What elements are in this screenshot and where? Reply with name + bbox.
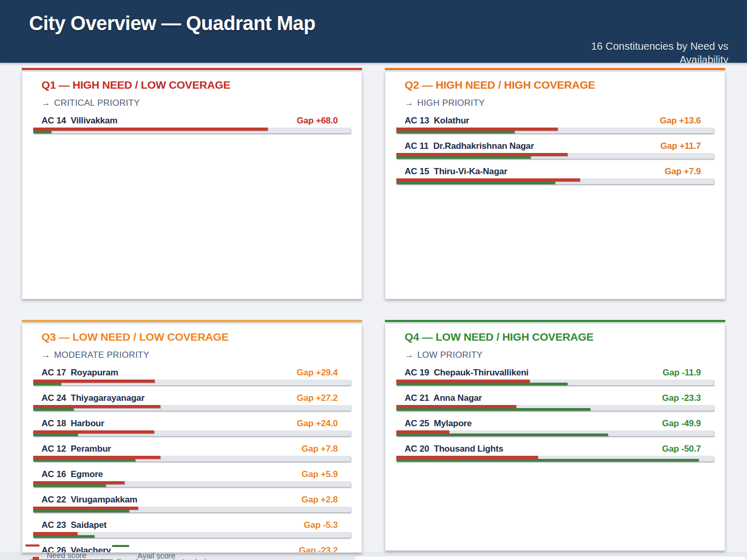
gap-value: Gap -50.7 bbox=[662, 444, 701, 454]
row-head: AC 19 Chepauk-ThiruvallikeniGap -11.9 bbox=[405, 368, 701, 378]
row-head: AC 11 Dr.Radhakrishnan NagarGap +11.7 bbox=[405, 141, 701, 151]
constituency-row: AC 20 Thousand LightsGap -50.7 bbox=[385, 444, 725, 469]
need-score-swatch-icon bbox=[25, 544, 39, 547]
constituency-label: AC 22 Virugampakkam bbox=[42, 495, 137, 505]
avail-score-bar bbox=[33, 484, 106, 487]
score-track bbox=[396, 456, 714, 461]
score-track bbox=[396, 405, 714, 411]
gap-value: Gap +5.9 bbox=[301, 469, 338, 480]
footer-note: Data: 2025 | Chennai Welfare & Services … bbox=[30, 557, 210, 560]
score-track bbox=[33, 481, 351, 487]
score-track bbox=[33, 128, 351, 133]
gap-value: Gap +2.8 bbox=[301, 495, 338, 505]
quadrant-panel-q4: Q4 — LOW NEED / HIGH COVERAGE →LOW PRIOR… bbox=[385, 320, 725, 551]
score-track bbox=[396, 178, 714, 184]
quadrant-card: Q1 — HIGH NEED / LOW COVERAGE →CRITICAL … bbox=[22, 72, 362, 299]
constituency-row: AC 12 PeramburGap +7.8 bbox=[22, 444, 362, 469]
row-head: AC 14 VillivakkamGap +68.0 bbox=[42, 116, 338, 126]
row-head: AC 13 KolathurGap +13.6 bbox=[405, 116, 701, 126]
score-track bbox=[33, 507, 351, 512]
row-head: AC 12 PeramburGap +7.8 bbox=[42, 444, 338, 454]
constituency-label: AC 15 Thiru-Vi-Ka-Nagar bbox=[405, 166, 507, 177]
quadrant-title: Q1 — HIGH NEED / LOW COVERAGE bbox=[42, 79, 230, 91]
constituency-label: AC 21 Anna Nagar bbox=[405, 393, 482, 403]
quadrant-card: Q3 — LOW NEED / LOW COVERAGE →MODERATE P… bbox=[22, 324, 362, 553]
footer-box bbox=[354, 556, 746, 560]
constituency-label: AC 13 Kolathur bbox=[405, 116, 469, 126]
constituency-row: AC 17 RoyapuramGap +29.4 bbox=[22, 368, 362, 393]
constituency-row: AC 13 KolathurGap +13.6 bbox=[385, 116, 725, 141]
row-head: AC 18 HarbourGap +24.0 bbox=[42, 418, 338, 429]
avail-score-bar bbox=[33, 459, 135, 461]
constituency-row: AC 18 HarbourGap +24.0 bbox=[22, 418, 362, 444]
constituency-row: AC 15 Thiru-Vi-Ka-NagarGap +7.9 bbox=[385, 166, 725, 192]
constituency-label: AC 16 Egmore bbox=[42, 469, 103, 480]
priority-label: CRITICAL PRIORITY bbox=[54, 98, 140, 108]
avail-score-bar bbox=[33, 535, 94, 538]
rows: AC 17 RoyapuramGap +29.4AC 24 Thiyagaray… bbox=[22, 368, 362, 553]
constituency-label: AC 18 Harbour bbox=[42, 418, 104, 429]
avail-score-bar bbox=[33, 510, 129, 512]
gap-value: Gap -49.9 bbox=[662, 418, 701, 429]
row-head: AC 25 MylaporeGap -49.9 bbox=[405, 418, 701, 429]
quadrant-priority: →LOW PRIORITY bbox=[405, 350, 482, 360]
score-track bbox=[396, 430, 714, 436]
constituency-row: AC 25 MylaporeGap -49.9 bbox=[385, 418, 725, 444]
constituency-row: AC 11 Dr.Radhakrishnan NagarGap +11.7 bbox=[385, 141, 725, 166]
quadrant-title: Q2 — HIGH NEED / HIGH COVERAGE bbox=[405, 79, 595, 91]
row-head: AC 17 RoyapuramGap +29.4 bbox=[42, 368, 338, 378]
gap-value: Gap -23.2 bbox=[299, 545, 338, 553]
gap-value: Gap +27.2 bbox=[297, 393, 338, 403]
row-head: AC 16 EgmoreGap +5.9 bbox=[42, 469, 338, 480]
row-head: AC 21 Anna NagarGap -23.3 bbox=[405, 393, 701, 403]
constituency-row: AC 22 VirugampakkamGap +2.8 bbox=[22, 495, 362, 520]
gap-value: Gap +24.0 bbox=[297, 418, 338, 429]
constituency-row: AC 16 EgmoreGap +5.9 bbox=[22, 469, 362, 495]
row-head: AC 15 Thiru-Vi-Ka-NagarGap +7.9 bbox=[405, 166, 701, 177]
quadrant-priority: →CRITICAL PRIORITY bbox=[42, 98, 140, 108]
avail-score-bar bbox=[396, 459, 699, 461]
score-track bbox=[33, 430, 351, 436]
gap-value: Gap +68.0 bbox=[297, 116, 338, 126]
quadrant-panel-q1: Q1 — HIGH NEED / LOW COVERAGE →CRITICAL … bbox=[22, 68, 362, 299]
avail-score-bar bbox=[396, 131, 515, 133]
constituency-label: AC 14 Villivakkam bbox=[42, 116, 117, 126]
avail-score-bar bbox=[396, 433, 608, 436]
priority-label: MODERATE PRIORITY bbox=[54, 350, 149, 360]
row-head: AC 24 ThiyagarayanagarGap +27.2 bbox=[42, 393, 338, 403]
gap-value: Gap +7.9 bbox=[665, 166, 701, 177]
constituency-label: AC 24 Thiyagarayanagar bbox=[42, 393, 145, 403]
avail-score-bar bbox=[396, 383, 568, 385]
gap-value: Gap -23.3 bbox=[662, 393, 701, 403]
row-head: AC 22 VirugampakkamGap +2.8 bbox=[42, 495, 338, 505]
constituency-row: AC 14 VillivakkamGap +68.0 bbox=[22, 116, 362, 141]
page-subtitle: 16 Constituencies by Need vs Availabilit… bbox=[557, 39, 728, 63]
quadrant-card: Q2 — HIGH NEED / HIGH COVERAGE →HIGH PRI… bbox=[385, 72, 725, 299]
quadrant-accent-line bbox=[385, 68, 725, 70]
row-head: AC 23 SaidapetGap -5.3 bbox=[42, 520, 338, 530]
quadrant-panel-q2: Q2 — HIGH NEED / HIGH COVERAGE →HIGH PRI… bbox=[385, 68, 725, 299]
header: City Overview — Quadrant Map 16 Constitu… bbox=[0, 0, 747, 63]
need-score-bar bbox=[33, 128, 268, 131]
arrow-icon: → bbox=[405, 98, 413, 108]
avail-score-bar bbox=[396, 181, 555, 184]
gap-value: Gap +29.4 bbox=[297, 368, 338, 378]
arrow-icon: → bbox=[42, 98, 50, 108]
avail-score-bar bbox=[33, 433, 78, 436]
quadrant-accent-line bbox=[22, 320, 362, 322]
rows: AC 13 KolathurGap +13.6AC 11 Dr.Radhakri… bbox=[385, 116, 725, 192]
quadrant-priority: →HIGH PRIORITY bbox=[405, 98, 485, 108]
constituency-label: AC 19 Chepauk-Thiruvallikeni bbox=[405, 368, 529, 378]
quadrant-accent-line bbox=[22, 68, 362, 70]
gap-value: Gap +7.8 bbox=[301, 444, 338, 454]
row-head: AC 20 Thousand LightsGap -50.7 bbox=[405, 444, 701, 454]
avail-score-swatch-icon bbox=[112, 545, 129, 547]
constituency-row: AC 23 SaidapetGap -5.3 bbox=[22, 520, 362, 545]
gap-value: Gap -5.3 bbox=[304, 520, 338, 530]
constituency-row: AC 24 ThiyagarayanagarGap +27.2 bbox=[22, 393, 362, 418]
rows: AC 19 Chepauk-ThiruvallikeniGap -11.9AC … bbox=[385, 368, 725, 469]
gap-value: Gap +13.6 bbox=[660, 116, 701, 126]
quadrant-accent-line bbox=[385, 320, 725, 322]
rows: AC 14 VillivakkamGap +68.0 bbox=[22, 116, 362, 141]
quadrant-title: Q3 — LOW NEED / LOW COVERAGE bbox=[42, 331, 229, 343]
